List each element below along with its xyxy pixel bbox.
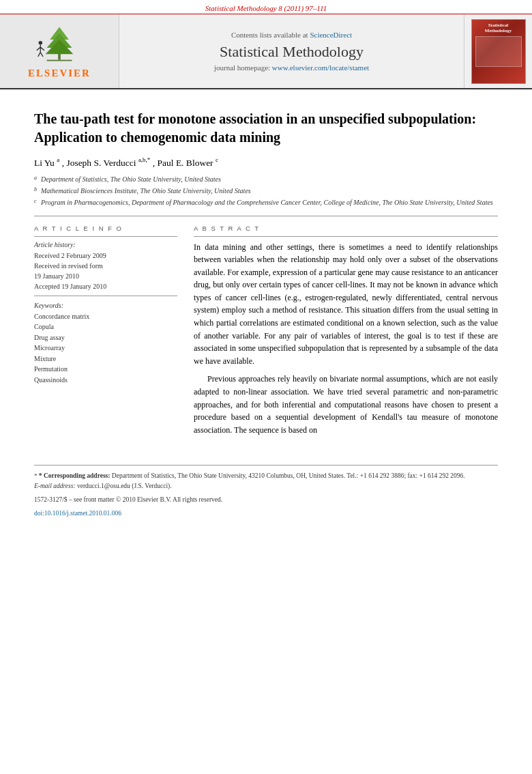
keyword-mixture: Mixture [34,354,177,364]
keyword-microarray: Microarray [34,343,177,354]
email-label: E-mail address: [34,483,76,489]
journal-header-bar: Statistical Methodology 8 (2011) 97–111 [0,0,532,14]
keyword-copula: Copula [34,321,177,332]
svg-rect-2 [47,59,72,61]
affiliation-c: c Program in Pharmacogenomics, Departmen… [34,197,498,207]
affiliation-a: a Department of Statistics, The Ohio Sta… [34,174,498,184]
footer-divider [34,465,498,465]
journal-homepage-link[interactable]: www.elsevier.com/locate/stamet [272,63,369,72]
doi-link[interactable]: doi:10.1016/j.stamet.2010.01.006 [34,510,121,517]
history-accepted: Accepted 19 January 2010 [34,281,177,291]
doi-line: doi:10.1016/j.stamet.2010.01.006 [34,508,498,518]
page: Statistical Methodology 8 (2011) 97–111 [0,0,532,774]
keyword-permutation: Permutation [34,364,177,375]
abstract-column: A B S T R A C T In data mining and other… [194,225,498,442]
elsevier-wordmark: ELSEVIER [28,68,91,79]
journal-cover-image: StatisticalMethodology [471,19,526,84]
journal-homepage-line: journal homepage: www.elsevier.com/locat… [214,63,369,72]
keywords-divider [34,296,177,296]
main-content: The tau-path test for monotone associati… [0,89,532,455]
corresponding-address: * * Corresponding address: Department of… [34,471,498,481]
section-divider [34,216,498,216]
corresponding-text: Department of Statistics, The Ohio State… [112,472,465,479]
corresponding-label: * Corresponding address: [39,472,110,479]
contents-line: Contents lists available at ScienceDirec… [231,31,352,39]
elsevier-tree-icon [25,24,93,65]
keyword-drug: Drug assay [34,332,177,343]
two-column-section: A R T I C L E I N F O Article history: R… [34,225,498,442]
copyright-text: 1572-3127/$ – see front matter © 2010 El… [34,496,222,503]
abstract-paragraph-2: Previous approaches rely heavily on biva… [194,373,498,436]
email-address: verducci.1@osu.edu (J.S. Verducci). [77,483,172,489]
affiliation-b: b Mathematical Biosciences Institute, Th… [34,186,498,196]
article-history-label: Article history: [34,241,177,248]
keywords-label: Keywords: [34,302,177,309]
journal-cover-area: StatisticalMethodology [464,14,532,88]
footnote-area: * * Corresponding address: Department of… [0,471,532,522]
elsevier-logo-area: ELSEVIER [0,14,119,88]
article-title: The tau-path test for monotone associati… [34,110,498,147]
history-revised-date: 19 January 2010 [34,271,177,281]
email-line: E-mail address: verducci.1@osu.edu (J.S.… [34,481,498,491]
abstract-divider [194,236,498,237]
journal-info: Statistical Methodology 8 (2011) 97–111 [205,4,327,12]
top-banner: ELSEVIER Contents lists available at Sci… [0,14,532,89]
affiliations: a Department of Statistics, The Ohio Sta… [34,174,498,207]
article-info-divider [34,236,177,237]
authors-line: Li Yu a , Joseph S. Verducci a,b,* , Pau… [34,156,498,169]
abstract-text: In data mining and other settings, there… [194,241,498,437]
sciencedirect-link[interactable]: ScienceDirect [310,31,352,39]
cover-title: StatisticalMethodology [485,23,512,34]
history-received: Received 2 February 2009 [34,250,177,261]
abstract-label: A B S T R A C T [194,225,498,232]
svg-point-6 [39,40,43,44]
history-revised-label: Received in revised form [34,261,177,271]
article-info-label: A R T I C L E I N F O [34,225,177,232]
article-info-column: A R T I C L E I N F O Article history: R… [34,225,177,442]
cover-graph [475,36,522,67]
journal-title-banner: Statistical Methodology [220,43,364,61]
copyright-line: 1572-3127/$ – see front matter © 2010 El… [34,495,498,504]
keyword-quassinoids: Quassinoids [34,375,177,386]
keyword-concordance: Concordance matrix [34,311,177,322]
abstract-paragraph-1: In data mining and other settings, there… [194,241,498,368]
journal-center-info: Contents lists available at ScienceDirec… [119,14,464,88]
